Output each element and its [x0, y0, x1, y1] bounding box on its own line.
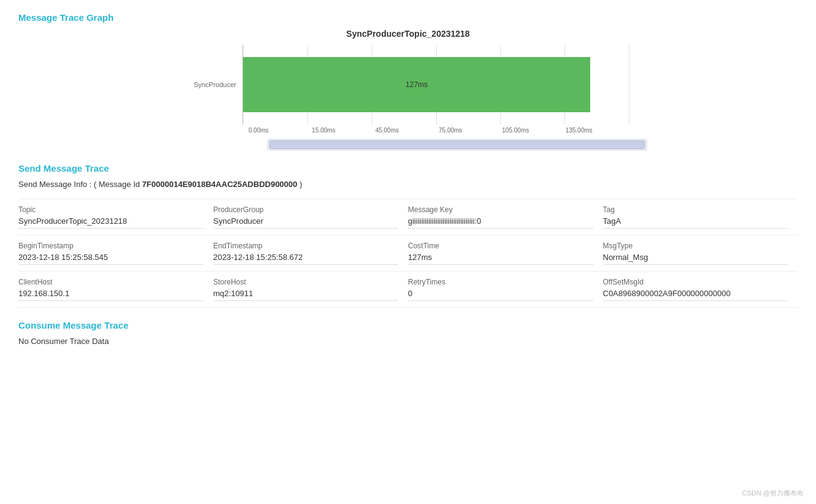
- field-value-client-host: 192.168.150.1: [18, 289, 204, 301]
- send-info-line: Send Message Info : ( Message Id 7F00000…: [18, 180, 798, 189]
- consume-section: Consume Message Trace No Consumer Trace …: [18, 320, 798, 346]
- field-store-host: StoreHost mq2:10911: [214, 272, 409, 308]
- field-value-message-key: giiiiiiiiiiiiiiiiiiiiiiiiiiiiiiiiiii:0: [408, 216, 593, 229]
- field-label-store-host: StoreHost: [214, 278, 399, 286]
- field-retry-times: RetryTimes 0: [408, 272, 603, 308]
- field-label-offset-msg-id: OffSetMsgId: [603, 278, 788, 286]
- info-prefix: Send Message Info : ( Message Id: [18, 180, 142, 189]
- field-end-timestamp: EndTimestamp 2023-12-18 15:25:58.672: [214, 235, 409, 272]
- info-suffix: ): [298, 180, 302, 189]
- footer-watermark: CSDN @努力搬布布: [742, 489, 804, 498]
- field-value-begin-timestamp: 2023-12-18 15:25:58.545: [18, 253, 204, 265]
- page-container: Message Trace Graph SyncProducerTopic_20…: [0, 0, 816, 504]
- field-value-cost-time: 127ms: [408, 253, 593, 265]
- field-label-topic: Topic: [18, 205, 204, 214]
- field-tag: Tag TagA: [603, 199, 798, 235]
- chart-area: SyncProducer 127ms: [187, 45, 629, 151]
- chart-grid: SyncProducer 127ms: [187, 45, 629, 124]
- field-value-tag: TagA: [603, 216, 788, 229]
- field-begin-timestamp: BeginTimestamp 2023-12-18 15:25:58.545: [18, 235, 214, 272]
- field-client-host: ClientHost 192.168.150.1: [18, 272, 214, 308]
- grid-line-6: [629, 45, 629, 124]
- field-label-begin-timestamp: BeginTimestamp: [18, 242, 204, 250]
- message-id: 7F0000014E9018B4AAC25ADBDD900000: [142, 180, 298, 189]
- fields-grid: Topic SyncProducerTopic_20231218 Produce…: [18, 199, 798, 308]
- x-tick-0: 0.00ms: [248, 127, 312, 134]
- field-label-cost-time: CostTime: [408, 242, 593, 250]
- chart-wrapper: SyncProducerTopic_20231218 SyncProducer: [18, 29, 798, 151]
- x-tick-5: 135.00ms: [566, 127, 629, 134]
- field-label-end-timestamp: EndTimestamp: [214, 242, 399, 250]
- trace-bar: 127ms: [243, 57, 590, 112]
- field-topic: Topic SyncProducerTopic_20231218: [18, 199, 214, 235]
- field-label-message-key: Message Key: [408, 205, 593, 214]
- field-producer-group: ProducerGroup SyncProducer: [214, 199, 409, 235]
- chart-row: SyncProducer 127ms: [187, 45, 629, 124]
- field-offset-msg-id: OffSetMsgId C0A8968900002A9F000000000000: [603, 272, 798, 308]
- field-value-retry-times: 0: [408, 289, 593, 301]
- no-consumer-data: No Consumer Trace Data: [18, 337, 798, 346]
- x-tick-4: 105.00ms: [502, 127, 565, 134]
- x-tick-1: 15.00ms: [312, 127, 375, 134]
- field-label-msg-type: MsgType: [603, 242, 788, 250]
- chart-x-axis: 0.00ms 15.00ms 45.00ms 75.00ms 105.00ms …: [248, 127, 629, 134]
- field-label-tag: Tag: [603, 205, 788, 214]
- field-value-producer-group: SyncProducer: [214, 216, 399, 229]
- field-cost-time: CostTime 127ms: [408, 235, 603, 272]
- field-value-end-timestamp: 2023-12-18 15:25:58.672: [214, 253, 399, 265]
- field-label-client-host: ClientHost: [18, 278, 204, 286]
- chart-y-label: SyncProducer: [187, 81, 242, 88]
- field-value-topic: SyncProducerTopic_20231218: [18, 216, 204, 229]
- message-trace-graph-title: Message Trace Graph: [18, 12, 798, 23]
- field-value-store-host: mq2:10911: [214, 289, 399, 301]
- field-msg-type: MsgType Normal_Msg: [603, 235, 798, 272]
- x-tick-3: 75.00ms: [439, 127, 502, 134]
- send-trace-section: Send Message Trace Send Message Info : (…: [18, 163, 798, 308]
- bar-label: 127ms: [406, 80, 428, 89]
- field-label-producer-group: ProducerGroup: [214, 205, 399, 214]
- scrollbar-area: [267, 139, 709, 151]
- scrollbar-track[interactable]: [267, 139, 647, 151]
- field-value-msg-type: Normal_Msg: [603, 253, 788, 265]
- consume-trace-title: Consume Message Trace: [18, 320, 798, 330]
- field-label-retry-times: RetryTimes: [408, 278, 593, 286]
- scrollbar-thumb[interactable]: [269, 140, 645, 149]
- field-value-offset-msg-id: C0A8968900002A9F000000000000: [603, 289, 788, 301]
- send-trace-title: Send Message Trace: [18, 163, 798, 174]
- x-tick-2: 45.00ms: [375, 127, 439, 134]
- chart-bar-area: 127ms: [242, 45, 629, 124]
- chart-title: SyncProducerTopic_20231218: [18, 29, 798, 39]
- field-message-key: Message Key giiiiiiiiiiiiiiiiiiiiiiiiiii…: [408, 199, 603, 235]
